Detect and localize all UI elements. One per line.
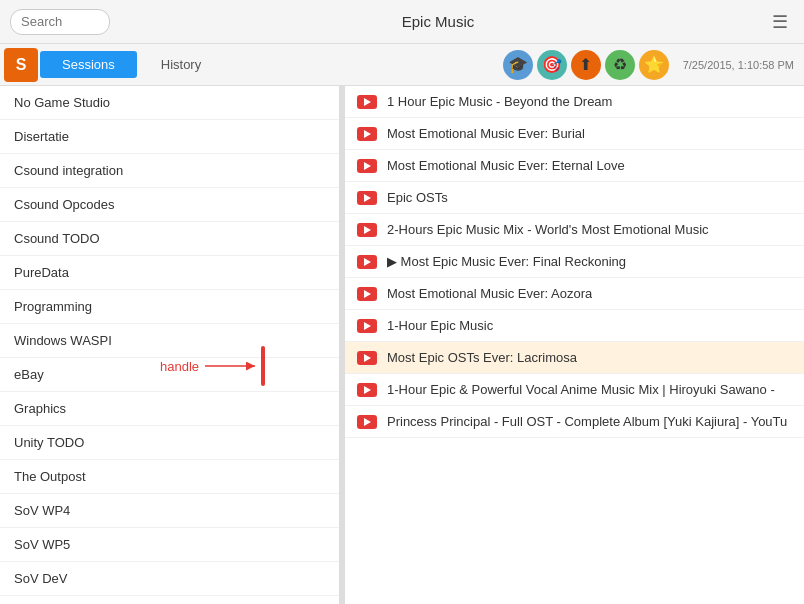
sidebar-item[interactable]: PureData [0, 256, 339, 290]
youtube-icon [357, 255, 377, 269]
youtube-icon [357, 95, 377, 109]
logo-letter: S [16, 56, 27, 74]
content-item-title: Most Epic OSTs Ever: Lacrimosa [387, 350, 577, 365]
youtube-icon [357, 287, 377, 301]
content-item[interactable]: ▶ Most Epic Music Ever: Final Reckoning [345, 246, 804, 278]
sidebar-item[interactable]: SoV WP5 [0, 528, 339, 562]
sidebar-item[interactable]: Windows WASPI [0, 324, 339, 358]
youtube-icon [357, 127, 377, 141]
youtube-icon [357, 351, 377, 365]
handle-bar [261, 346, 265, 386]
cap-icon[interactable]: 🎓 [503, 50, 533, 80]
sidebar-item[interactable]: Disertatie [0, 120, 339, 154]
app-title: Epic Music [110, 13, 766, 30]
sidebar-item[interactable]: Csound integration [0, 154, 339, 188]
handle-arrow-icon [205, 356, 265, 376]
tab-sessions[interactable]: Sessions [40, 51, 137, 78]
youtube-icon [357, 319, 377, 333]
content-item[interactable]: 1 Hour Epic Music - Beyond the Dream [345, 86, 804, 118]
content-item[interactable]: Most Emotional Music Ever: Eternal Love [345, 150, 804, 182]
content-item-title: Epic OSTs [387, 190, 448, 205]
content-item[interactable]: 1-Hour Epic & Powerful Vocal Anime Music… [345, 374, 804, 406]
content-item-title: 1 Hour Epic Music - Beyond the Dream [387, 94, 612, 109]
target-icon[interactable]: 🎯 [537, 50, 567, 80]
session-logo: S [4, 48, 38, 82]
tabs-bar: S Sessions History 🎓 🎯 ⬆ ♻ ⭐ 7/25/2015, … [0, 44, 804, 86]
content-item[interactable]: 1-Hour Epic Music [345, 310, 804, 342]
content-area[interactable]: 1 Hour Epic Music - Beyond the DreamMost… [345, 86, 804, 604]
upload-icon[interactable]: ⬆ [571, 50, 601, 80]
search-box[interactable] [10, 9, 110, 35]
content-item-title: Most Emotional Music Ever: Burial [387, 126, 585, 141]
content-item[interactable]: Most Epic OSTs Ever: Lacrimosa [345, 342, 804, 374]
top-bar: Epic Music ☰ [0, 0, 804, 44]
content-item[interactable]: Most Emotional Music Ever: Aozora [345, 278, 804, 310]
sidebar-item[interactable]: SoV DeV [0, 562, 339, 596]
sidebar-item[interactable]: Programming [0, 290, 339, 324]
sidebar[interactable]: No Game StudioDisertatieCsound integrati… [0, 86, 340, 604]
youtube-icon [357, 383, 377, 397]
sidebar-item[interactable]: SoV WP4 [0, 494, 339, 528]
content-item-title: Princess Principal - Full OST - Complete… [387, 414, 787, 429]
youtube-icon [357, 223, 377, 237]
sidebar-item[interactable]: Csound TODO [0, 222, 339, 256]
youtube-icon [357, 159, 377, 173]
timestamp: 7/25/2015, 1:10:58 PM [683, 59, 794, 71]
sidebar-item[interactable]: SoV Statistics Server [0, 596, 339, 604]
sidebar-item[interactable]: Unity TODO [0, 426, 339, 460]
content-item[interactable]: Most Emotional Music Ever: Burial [345, 118, 804, 150]
content-item-title: 1-Hour Epic Music [387, 318, 493, 333]
content-item-title: 2-Hours Epic Music Mix - World's Most Em… [387, 222, 709, 237]
content-item-title: ▶ Most Epic Music Ever: Final Reckoning [387, 254, 626, 269]
content-item[interactable]: Epic OSTs [345, 182, 804, 214]
handle-label: handle [160, 359, 199, 374]
youtube-icon [357, 191, 377, 205]
content-item-title: 1-Hour Epic & Powerful Vocal Anime Music… [387, 382, 775, 397]
sidebar-item[interactable]: No Game Studio [0, 86, 339, 120]
menu-icon[interactable]: ☰ [766, 7, 794, 37]
content-item-title: Most Emotional Music Ever: Aozora [387, 286, 592, 301]
sidebar-item[interactable]: The Outpost [0, 460, 339, 494]
sidebar-item[interactable]: Csound Opcodes [0, 188, 339, 222]
handle-annotation: handle [160, 356, 265, 376]
sidebar-item[interactable]: Graphics [0, 392, 339, 426]
recycle-icon[interactable]: ♻ [605, 50, 635, 80]
toolbar-icons: 🎓 🎯 ⬆ ♻ ⭐ 7/25/2015, 1:10:58 PM [503, 50, 804, 80]
content-item[interactable]: 2-Hours Epic Music Mix - World's Most Em… [345, 214, 804, 246]
content-item-title: Most Emotional Music Ever: Eternal Love [387, 158, 625, 173]
search-input[interactable] [21, 14, 101, 29]
main: No Game StudioDisertatieCsound integrati… [0, 86, 804, 604]
content-item[interactable]: Princess Principal - Full OST - Complete… [345, 406, 804, 438]
star-icon[interactable]: ⭐ [639, 50, 669, 80]
youtube-icon [357, 415, 377, 429]
tab-history[interactable]: History [139, 51, 223, 78]
